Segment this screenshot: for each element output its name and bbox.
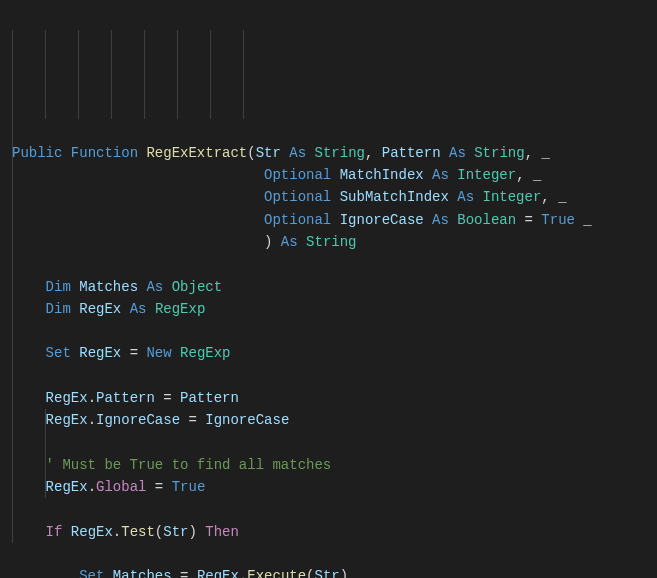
keyword-public: Public	[12, 145, 62, 161]
type-object: Object	[172, 279, 222, 295]
method-test: Test	[121, 524, 155, 540]
var-matches: Matches	[79, 279, 138, 295]
keyword-dim: Dim	[46, 279, 71, 295]
prop-global: Global	[96, 479, 146, 495]
keyword-set: Set	[46, 345, 71, 361]
param-str: Str	[256, 145, 281, 161]
type-integer: Integer	[457, 167, 516, 183]
var-regex: RegEx	[79, 301, 121, 317]
keyword-new: New	[146, 345, 171, 361]
prop-pattern: Pattern	[96, 390, 155, 406]
type-string: String	[315, 145, 365, 161]
keyword-then: Then	[205, 524, 239, 540]
param-submatchindex: SubMatchIndex	[340, 189, 449, 205]
prop-ignorecase: IgnoreCase	[96, 412, 180, 428]
param-ignorecase: IgnoreCase	[340, 212, 424, 228]
function-name: RegExExtract	[146, 145, 247, 161]
param-pattern: Pattern	[382, 145, 441, 161]
literal-true: True	[541, 212, 575, 228]
comment: ' Must be True to find all matches	[46, 457, 332, 473]
keyword-optional: Optional	[264, 167, 331, 183]
param-matchindex: MatchIndex	[340, 167, 424, 183]
type-boolean: Boolean	[457, 212, 516, 228]
keyword-if: If	[46, 524, 63, 540]
keyword-function: Function	[71, 145, 138, 161]
method-execute: Execute	[247, 568, 306, 578]
code-block: Public Function RegExExtract(Str As Stri…	[12, 142, 645, 578]
type-regexp: RegExp	[155, 301, 205, 317]
